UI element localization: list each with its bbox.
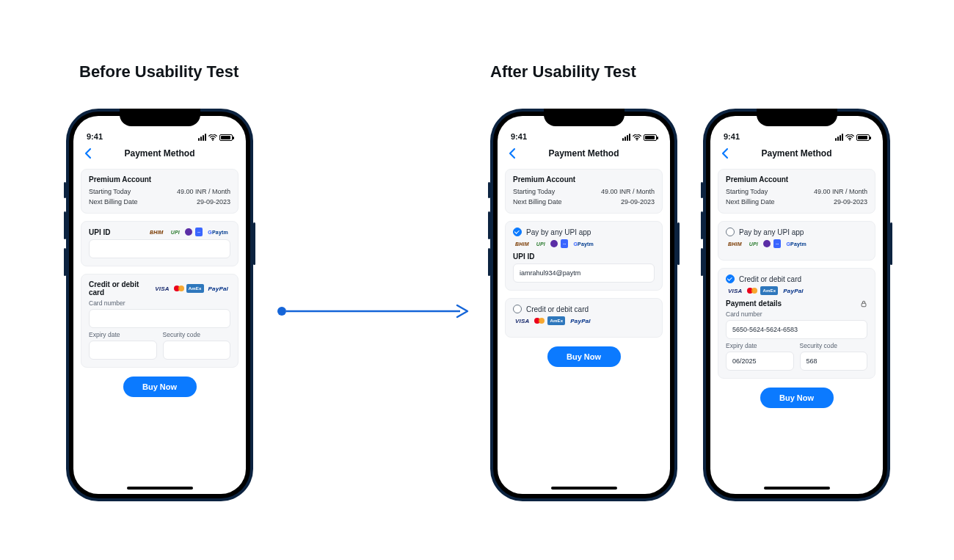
page-title: Payment Method: [548, 148, 619, 159]
buy-now-button[interactable]: Buy Now: [760, 388, 834, 408]
bhim-logo: BHIM: [513, 239, 531, 248]
volume-down: [701, 248, 703, 276]
account-summary-card: Premium Account Starting Today49.00 INR …: [505, 169, 663, 214]
paypal-logo: PayPal: [781, 286, 805, 295]
signal-icon: [835, 134, 843, 141]
svg-point-2: [212, 139, 214, 140]
card-radio-option[interactable]: Credit or debit card: [513, 305, 655, 313]
volume-up: [64, 211, 66, 239]
screen-header: Payment Method: [498, 142, 670, 164]
bhim-logo: BHIM: [148, 228, 166, 236]
bhim-logo: BHIM: [726, 239, 744, 248]
upi-logos: BHIM UPI -- GPaytm: [513, 239, 655, 248]
card-logos: VISA AmEx PayPal: [153, 284, 230, 293]
volume-up: [488, 211, 490, 239]
gpay-paytm-logo: GPaytm: [205, 228, 230, 236]
card-option-label: Credit or debit card: [526, 305, 589, 313]
radio-unchecked-icon: [726, 228, 735, 236]
row-value: 29-09-2023: [197, 198, 230, 206]
power-button: [677, 222, 680, 265]
battery-icon: [219, 134, 233, 141]
screen-header: Payment Method: [73, 142, 246, 164]
mute-switch: [64, 182, 66, 198]
svg-point-4: [849, 139, 851, 140]
account-title: Premium Account: [726, 175, 867, 183]
lock-icon: [860, 300, 867, 308]
row-label: Next Billing Date: [726, 198, 775, 206]
home-indicator: [551, 487, 617, 490]
card-number-input[interactable]: [89, 309, 230, 328]
home-indicator: [764, 487, 830, 490]
upi-logo: UPI: [747, 239, 760, 248]
buy-now-button[interactable]: Buy Now: [547, 346, 621, 367]
phone-notch: [120, 109, 200, 126]
upi-id-label: UPI ID: [89, 228, 110, 236]
row-label: Next Billing Date: [513, 198, 562, 206]
upi-option-card: Pay by any UPI app BHIM UPI -- GPaytm: [718, 221, 875, 261]
volume-up: [701, 211, 703, 239]
account-title: Premium Account: [89, 175, 230, 183]
cvv-input[interactable]: [163, 341, 231, 360]
radio-checked-icon: [513, 228, 522, 236]
buy-now-button[interactable]: Buy Now: [123, 377, 197, 397]
wifi-icon: [208, 134, 217, 141]
gpay-paytm-logo: GPaytm: [571, 239, 596, 248]
svg-rect-5: [862, 303, 866, 307]
payment-details-label: Payment details: [726, 299, 867, 308]
card-logos: VISA AmEx PayPal: [726, 286, 867, 295]
mastercard-logo: [747, 287, 757, 294]
visa-logo: VISA: [513, 316, 531, 325]
cvv-label: Security code: [800, 342, 868, 349]
card-number-label: Card number: [89, 299, 230, 307]
phone-after-upi: 9:41 Payment Method Premium Account Star…: [490, 109, 677, 501]
status-time: 9:41: [87, 132, 103, 141]
phone-after-card: 9:41 Payment Method Premium Account Star…: [703, 109, 890, 501]
cvv-label: Security code: [163, 331, 231, 338]
battery-icon: [644, 134, 657, 141]
upi-radio-option[interactable]: Pay by any UPI app: [726, 228, 867, 236]
phone-notch: [757, 109, 837, 126]
visa-logo: VISA: [153, 284, 171, 293]
upi-id-input[interactable]: [89, 239, 230, 258]
upi-logos: BHIM UPI -- GPaytm: [148, 228, 230, 236]
cvv-input[interactable]: 568: [800, 352, 868, 371]
gpay-paytm-logo: GPaytm: [784, 239, 809, 248]
upi-id-input[interactable]: iamrahul934@paytm: [513, 263, 655, 283]
card-section-label: Credit or debit card: [89, 280, 153, 297]
card-number-input[interactable]: 5650-5624-5624-6583: [726, 320, 867, 339]
card-logos: VISA AmEx PayPal: [513, 316, 655, 325]
row-value: 49.00 INR / Month: [177, 188, 230, 195]
phonepe-logo: [550, 240, 558, 247]
card-option-card: Credit or debit card VISA AmEx PayPal: [505, 298, 663, 338]
back-button[interactable]: [719, 147, 732, 160]
account-row-start: Starting Today 49.00 INR / Month: [89, 188, 230, 195]
heading-before: Before Usability Test: [79, 62, 238, 81]
phone-notch: [544, 109, 625, 126]
svg-point-3: [636, 139, 638, 140]
expiry-input[interactable]: [89, 341, 157, 360]
back-button[interactable]: [506, 147, 520, 160]
phonepe-logo: [763, 240, 771, 247]
row-value: 49.00 INR / Month: [814, 188, 867, 195]
expiry-label: Expiry date: [726, 342, 794, 349]
upi-logo: UPI: [534, 239, 547, 248]
page-title: Payment Method: [761, 148, 831, 159]
amex-logo: AmEx: [760, 286, 778, 295]
upi-card: UPI ID BHIM UPI -- GPaytm: [81, 221, 238, 266]
account-summary-card: Premium Account Starting Today49.00 INR …: [718, 169, 875, 214]
expiry-input[interactable]: 06/2025: [726, 352, 794, 371]
card-card: Credit or debit card VISA AmEx PayPal Ca…: [81, 274, 238, 368]
signal-icon: [198, 134, 206, 141]
misc-logo: --: [561, 239, 568, 248]
card-radio-option[interactable]: Credit or debit card: [726, 274, 867, 283]
radio-unchecked-icon: [513, 305, 522, 313]
row-value: 49.00 INR / Month: [601, 188, 655, 195]
row-label: Starting Today: [89, 188, 131, 195]
back-button[interactable]: [82, 147, 95, 160]
upi-radio-option[interactable]: Pay by any UPI app: [513, 228, 655, 236]
row-label: Starting Today: [726, 188, 768, 195]
power-button: [890, 222, 892, 265]
transition-arrow: [275, 302, 473, 320]
screen-header: Payment Method: [710, 142, 883, 164]
wifi-icon: [845, 134, 854, 141]
